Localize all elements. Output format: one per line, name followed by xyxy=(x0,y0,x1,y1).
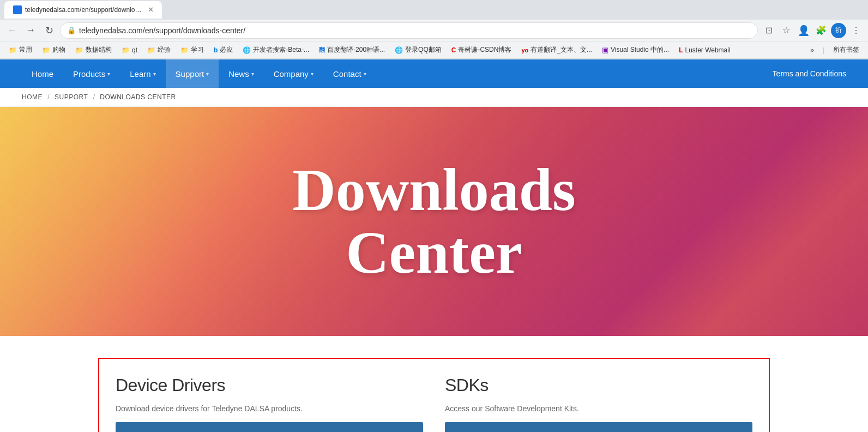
terms-conditions-link[interactable]: Terms and Conditions xyxy=(773,69,846,78)
nav-item-support[interactable]: Support ▾ xyxy=(166,59,219,88)
nav-label-home: Home xyxy=(32,69,53,79)
downloads-section: Device Drivers Download device drivers f… xyxy=(0,336,868,432)
bookmark-label: 有道翻译_文本、文... xyxy=(531,45,592,55)
breadcrumb-separator: / xyxy=(47,93,51,101)
bookmark-label: 购物 xyxy=(52,45,65,55)
forward-button[interactable]: → xyxy=(23,23,38,38)
browser-tabs-bar: teledynedalsa.com/en/support/downloads-c… xyxy=(0,0,868,20)
bookmark-item-changyong[interactable]: 📁 常用 xyxy=(4,44,37,56)
sdks-card: SDKs Access our Software Development Kit… xyxy=(445,375,752,432)
hero-title-line2: Center xyxy=(292,221,576,285)
nav-item-products[interactable]: Products ▾ xyxy=(63,59,120,88)
bookmark-label: 经验 xyxy=(158,45,171,55)
vs-icon: ▣ xyxy=(602,46,608,54)
bookmark-item-vs[interactable]: ▣ Visual Studio 中的... xyxy=(598,44,673,56)
chevron-down-icon: ▾ xyxy=(251,71,254,77)
nav-label-learn: Learn xyxy=(130,69,150,79)
sdks-title: SDKs xyxy=(445,375,752,395)
bookmark-item-qq-mail[interactable]: 🌐 登录QQ邮箱 xyxy=(390,44,446,56)
globe-icon: 🌐 xyxy=(243,46,251,54)
csdn-icon: C xyxy=(451,46,456,54)
profile-button[interactable]: 祈 xyxy=(831,23,846,38)
bookmark-item-luster[interactable]: L Luster Webmail xyxy=(674,45,735,55)
bookmark-item-baidu-translate[interactable]: 翻 百度翻译-200种语... xyxy=(315,44,389,56)
browser-toolbar: ← → ↻ 🔒 teledynedalsa.com/en/support/dow… xyxy=(0,20,868,41)
bookmark-label: Luster Webmail xyxy=(685,46,730,54)
bookmark-item-data-structure[interactable]: 📁 数据结构 xyxy=(71,44,116,56)
nav-item-learn[interactable]: Learn ▾ xyxy=(120,59,165,88)
folder-icon: 📁 xyxy=(42,46,50,54)
nav-label-contact: Contact xyxy=(333,69,361,79)
nav-item-company[interactable]: Company ▾ xyxy=(264,59,323,88)
bookmark-label: 学习 xyxy=(191,45,204,55)
device-drivers-button-icon: ⊟ xyxy=(306,430,314,432)
reload-button[interactable]: ↻ xyxy=(41,23,57,38)
folder-icon: 📁 xyxy=(9,46,17,54)
bookmark-item-shopping[interactable]: 📁 购物 xyxy=(38,44,70,56)
youdao-icon: yo xyxy=(521,47,528,53)
nav-item-contact[interactable]: Contact ▾ xyxy=(323,59,376,88)
bookmarks-bar: 📁 常用 📁 购物 📁 数据结构 📁 qt 📁 经验 📁 学习 b 必应 🌐 xyxy=(0,41,868,59)
bookmark-label: 常用 xyxy=(19,45,32,55)
bookmark-label: 必应 xyxy=(220,45,233,55)
breadcrumb-current: DOWNLOADS CENTER xyxy=(100,93,176,101)
device-drivers-description: Download device drivers for Teledyne DAL… xyxy=(116,403,423,415)
bookmark-button[interactable]: ☆ xyxy=(779,23,794,38)
bookmark-label: 数据结构 xyxy=(86,45,112,55)
breadcrumb-home[interactable]: HOME xyxy=(22,93,43,101)
cast-button[interactable]: ⊡ xyxy=(761,23,776,38)
chevron-down-icon: ▾ xyxy=(153,71,156,77)
chevron-down-icon: ▾ xyxy=(311,71,314,77)
active-tab[interactable]: teledynedalsa.com/en/support/downloads-c… xyxy=(4,1,162,19)
user-button[interactable]: 👤 xyxy=(796,23,811,38)
bing-icon: b xyxy=(214,46,218,54)
nav-label-company: Company xyxy=(274,69,309,79)
view-device-drivers-button[interactable]: View device drivers ⊟ xyxy=(116,422,423,432)
nav-item-home[interactable]: Home xyxy=(22,59,63,88)
folder-icon: 📁 xyxy=(180,46,189,54)
nav-label-news: News xyxy=(228,69,249,79)
all-bookmarks-button[interactable]: 所有书签 xyxy=(829,44,864,56)
toolbar-right: ⊡ ☆ 👤 🧩 祈 ⋮ xyxy=(761,23,864,38)
translate-icon: 翻 xyxy=(319,46,325,54)
tab-favicon xyxy=(13,5,22,14)
more-icon: » xyxy=(810,46,814,54)
all-bookmarks-label: 所有书签 xyxy=(833,45,859,55)
nav-label-products: Products xyxy=(73,69,105,79)
url-text: teledynedalsa.com/en/support/downloads-c… xyxy=(79,26,245,35)
bookmark-label: 奇树谦-CSDN博客 xyxy=(458,45,511,55)
folder-icon: 📁 xyxy=(122,46,130,54)
hero-banner: Downloads Center xyxy=(0,107,868,336)
bookmark-item-bing[interactable]: b 必应 xyxy=(209,44,237,56)
bookmark-label: 登录QQ邮箱 xyxy=(405,45,442,55)
extensions-button[interactable]: 🧩 xyxy=(813,23,829,38)
bookmark-item-csdn[interactable]: C 奇树谦-CSDN博客 xyxy=(447,44,516,56)
sdks-button-icon: ▣ xyxy=(619,430,628,432)
bookmark-item-youdao[interactable]: yo 有道翻译_文本、文... xyxy=(517,44,596,56)
bookmark-item-experience[interactable]: 📁 经验 xyxy=(143,44,175,56)
bookmark-item-devsearch[interactable]: 🌐 开发者搜索-Beta-... xyxy=(238,44,314,56)
bookmark-item-study[interactable]: 📁 学习 xyxy=(176,44,208,56)
lock-icon: 🔒 xyxy=(67,26,76,34)
downloads-cards-container: Device Drivers Download device drivers f… xyxy=(98,358,770,432)
chevron-down-icon: ▾ xyxy=(107,71,110,77)
folder-icon: 📁 xyxy=(75,46,83,54)
bookmark-label: 开发者搜索-Beta-... xyxy=(253,45,309,55)
chevron-down-icon: ▾ xyxy=(206,71,209,77)
device-drivers-card: Device Drivers Download device drivers f… xyxy=(116,375,423,432)
site-navigation: Home Products ▾ Learn ▾ Support ▾ News ▾… xyxy=(0,59,868,88)
hero-title-line1: Downloads xyxy=(292,159,576,222)
view-sdks-button[interactable]: View SDKs ▣ xyxy=(445,422,752,432)
sdks-description: Access our Software Development Kits. xyxy=(445,403,752,415)
back-button[interactable]: ← xyxy=(4,23,20,38)
separator: | xyxy=(823,46,824,54)
address-bar[interactable]: 🔒 teledynedalsa.com/en/support/downloads… xyxy=(60,22,758,39)
more-button[interactable]: ⋮ xyxy=(848,23,864,38)
nav-item-news[interactable]: News ▾ xyxy=(219,59,264,88)
tab-close-button[interactable]: × xyxy=(148,5,153,15)
bookmark-label: qt xyxy=(132,46,137,54)
breadcrumb-support[interactable]: SUPPORT xyxy=(55,93,88,101)
bookmark-item-qt[interactable]: 📁 qt xyxy=(117,45,142,55)
more-bookmarks-button[interactable]: » xyxy=(806,45,818,55)
device-drivers-title: Device Drivers xyxy=(116,375,423,395)
